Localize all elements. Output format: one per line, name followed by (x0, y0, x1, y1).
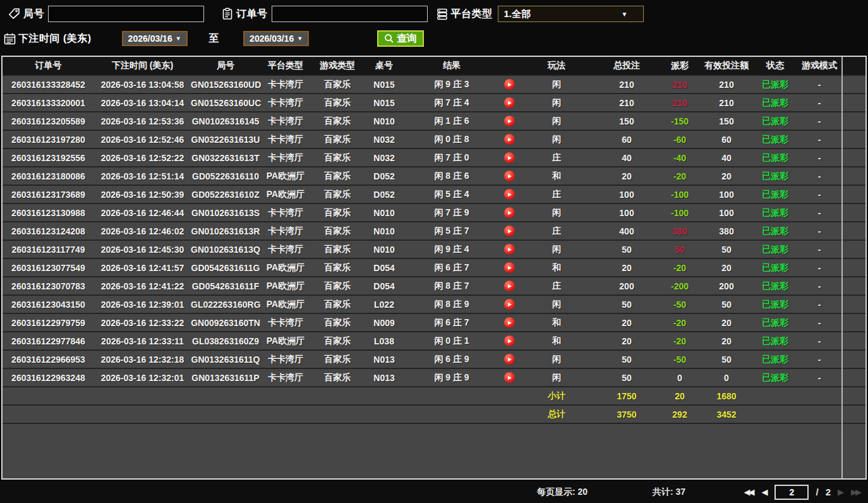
cell-payout: -40 (660, 153, 700, 163)
cell-payout: 50 (660, 245, 700, 255)
cell-order-id: 260316123173689 (3, 190, 94, 200)
cell-platform: 卡卡湾厅 (260, 152, 311, 164)
cell-play-type: 闲 (519, 97, 594, 109)
cell-bet-time: 2026-03-16 12:53:36 (94, 116, 191, 126)
cell-play-type: 闲 (519, 354, 594, 365)
table-row: 2603161229632482026-03-16 12:32:01GN0132… (3, 369, 865, 387)
table-row: 2603161231177492026-03-16 12:45:30GN0102… (3, 241, 865, 259)
cell-order-id: 260316123117749 (3, 245, 94, 255)
cell-result: 闲 5 庄 7 (404, 226, 499, 237)
cell-valid-bet: 200 (700, 281, 753, 291)
column-header-table-no: 桌号 (364, 60, 404, 71)
cell-table-no: D052 (364, 190, 404, 200)
cell-round-id: GN0102631613S (191, 208, 260, 218)
date-to-picker[interactable]: 2026/03/16 ▼ (243, 31, 309, 46)
first-page-button[interactable]: ◀◀ (744, 487, 754, 497)
cell-total-bet: 50 (594, 373, 660, 383)
round-id-input[interactable] (48, 6, 204, 22)
replay-play-button[interactable] (504, 281, 515, 291)
cell-valid-bet: 50 (700, 300, 753, 310)
replay-play-button[interactable] (504, 189, 515, 200)
cell-status: 已派彩 (753, 189, 797, 200)
replay-cell (499, 116, 519, 126)
date-from-picker[interactable]: 2026/03/16 ▼ (122, 31, 188, 46)
replay-play-button[interactable] (504, 207, 515, 218)
cell-order-id: 260316123205589 (3, 116, 94, 126)
replay-play-button[interactable] (504, 299, 515, 310)
column-header-payout: 派彩 (660, 60, 700, 71)
table-row: 2603161231736892026-03-16 12:50:39GD0522… (3, 186, 865, 204)
cell-status: 已派彩 (753, 97, 797, 109)
cell-bet-time: 2026-03-16 12:33:22 (94, 318, 191, 328)
cell-table-no: N010 (364, 116, 404, 126)
cell-bet-time: 2026-03-16 12:45:30 (94, 245, 191, 255)
cell-result: 闲 0 庄 8 (404, 134, 499, 145)
replay-play-button[interactable] (504, 97, 515, 108)
page-number-input[interactable] (775, 485, 809, 500)
cell-game-type: 百家乐 (311, 207, 364, 219)
replay-play-button[interactable] (504, 372, 515, 383)
cell-order-id: 260316123197280 (3, 135, 94, 145)
cell-order-id: 260316123192556 (3, 153, 94, 163)
replay-play-button[interactable] (504, 317, 515, 328)
cell-bet-time: 2026-03-16 12:32:18 (94, 355, 191, 365)
cell-table-no: N009 (364, 318, 404, 328)
replay-cell (499, 281, 519, 291)
cell-result: 闲 9 庄 3 (404, 79, 499, 90)
cell-table-no: N010 (364, 226, 404, 236)
replay-play-button[interactable] (504, 336, 515, 346)
prev-page-button[interactable]: ◀ (761, 487, 768, 497)
replay-cell (499, 97, 519, 108)
replay-play-button[interactable] (504, 244, 515, 255)
play-icon (508, 358, 512, 361)
cell-game-mode: - (797, 98, 841, 108)
cell-game-type: 百家乐 (311, 152, 364, 164)
cell-result: 闲 6 庄 7 (404, 262, 499, 274)
platform-type-select[interactable]: 1.全部 ▼ (498, 6, 644, 22)
replay-play-button[interactable] (504, 152, 515, 163)
replay-play-button[interactable] (504, 354, 515, 365)
subtotal-total-bet: 1750 (594, 391, 660, 401)
cell-total-bet: 20 (594, 263, 660, 273)
replay-play-button[interactable] (504, 116, 515, 126)
cell-game-mode: - (797, 80, 841, 90)
table-row: 2603161333200012026-03-16 13:04:14GN0152… (3, 94, 865, 112)
replay-play-button[interactable] (504, 262, 515, 273)
date-from-value: 2026/03/16 (128, 33, 172, 44)
cell-order-id: 260316122977846 (3, 336, 94, 346)
last-page-button[interactable]: ▶▶ (851, 487, 862, 497)
cell-valid-bet: 50 (700, 355, 753, 365)
cell-bet-time: 2026-03-16 12:51:14 (94, 171, 191, 181)
cell-result: 闲 5 庄 4 (404, 189, 499, 200)
column-header-result: 结果 (404, 60, 499, 71)
total-valid-bet: 3452 (700, 409, 753, 420)
replay-play-button[interactable] (504, 226, 515, 236)
query-button[interactable]: 查询 (377, 30, 424, 47)
cell-round-id: GN0102631613R (191, 226, 260, 236)
cell-bet-time: 2026-03-16 13:04:58 (94, 80, 191, 90)
play-icon (508, 156, 512, 160)
replay-play-button[interactable] (504, 171, 515, 181)
cell-valid-bet: 20 (700, 171, 753, 181)
chevron-down-icon: ▼ (297, 35, 303, 42)
cell-valid-bet: 100 (700, 208, 753, 218)
clipboard-icon (220, 7, 234, 21)
cell-platform: 卡卡湾厅 (260, 79, 311, 90)
replay-play-button[interactable] (504, 134, 515, 145)
cell-result: 闲 0 庄 1 (404, 336, 499, 347)
cell-payout: 210 (660, 80, 700, 90)
cell-payout: -150 (660, 116, 700, 126)
play-icon (508, 284, 512, 288)
cell-bet-time: 2026-03-16 12:32:01 (94, 373, 191, 383)
platform-type-label: 平台类型 (451, 8, 493, 21)
cell-valid-bet: 0 (700, 373, 753, 383)
cell-status: 已派彩 (753, 336, 797, 347)
next-page-button[interactable]: ▶ (838, 487, 844, 497)
cell-round-id: GN0132631611Q (191, 355, 260, 365)
cell-status: 已派彩 (753, 116, 797, 127)
order-id-input[interactable] (272, 6, 428, 22)
replay-play-button[interactable] (504, 79, 515, 90)
total-count-label: 共计: 37 (653, 487, 685, 498)
cell-table-no: N015 (364, 80, 404, 90)
cell-valid-bet: 150 (700, 116, 753, 126)
